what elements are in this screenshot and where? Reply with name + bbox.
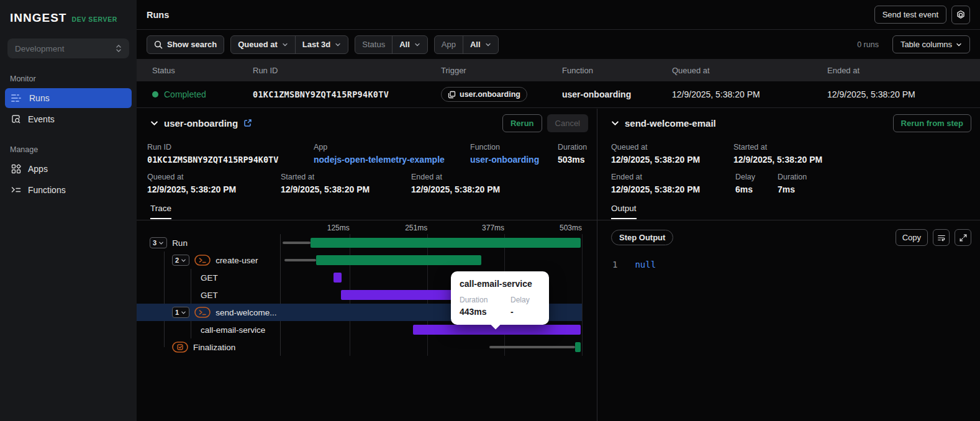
status-dot — [152, 91, 158, 97]
copy-button[interactable]: Copy — [896, 229, 928, 246]
rerun-from-step-button[interactable]: Rerun from step — [893, 114, 971, 132]
tooltip-title: call-email-service — [460, 279, 540, 289]
chevron-down-icon — [414, 42, 420, 48]
sidebar-item-runs[interactable]: Runs — [5, 88, 132, 108]
step-details-panel: send-welcome-email Rerun from step Queue… — [597, 109, 980, 421]
show-search-button[interactable]: Show search — [147, 35, 224, 54]
delay-line[interactable] — [489, 346, 575, 348]
rerun-button[interactable]: Rerun — [502, 114, 542, 132]
logo-wordmark: INNGEST — [10, 11, 66, 25]
collapse-chevron-icon[interactable] — [150, 119, 158, 127]
ended-at-value: 12/9/2025, 5:38:20 PM — [411, 184, 500, 194]
runs-icon — [11, 94, 22, 102]
span-bar[interactable] — [333, 273, 342, 283]
tab-output[interactable]: Output — [611, 204, 637, 219]
column-header-status: Status — [152, 66, 253, 75]
trace-row-finalization[interactable]: Finalization — [137, 338, 582, 356]
delay-line[interactable] — [283, 242, 311, 244]
field-label: Delay — [735, 173, 778, 181]
queued-at-cell: 12/9/2025, 5:38:20 PM — [672, 89, 827, 99]
chevron-down-icon — [181, 310, 186, 315]
external-link-icon[interactable] — [243, 119, 252, 127]
main-content: Runs Send test event Show search Queued … — [137, 0, 980, 421]
dev-server-badge: DEV SERVER — [71, 16, 117, 23]
field-label: Started at — [733, 143, 822, 152]
span-bar[interactable] — [311, 238, 581, 248]
span-bar[interactable] — [316, 255, 481, 265]
step-name: create-user — [216, 256, 258, 265]
send-test-event-button[interactable]: Send test event — [874, 6, 946, 24]
word-wrap-icon — [937, 233, 946, 242]
settings-button[interactable] — [951, 6, 970, 24]
column-header-queued-at: Queued at — [672, 66, 827, 75]
sidebar-item-events[interactable]: Events — [5, 109, 132, 129]
trace-row-create-user[interactable]: 2create-user — [137, 251, 582, 269]
app-link[interactable]: nodejs-open-telemetry-example — [314, 155, 470, 165]
word-wrap-button[interactable] — [933, 229, 950, 246]
step-title: send-welcome-email — [625, 118, 716, 129]
chevron-down-icon — [335, 42, 341, 48]
trace-row-chart[interactable] — [280, 251, 582, 269]
output-value: null — [635, 260, 656, 269]
step-output-badge[interactable]: Step Output — [611, 230, 673, 245]
trigger-pill[interactable]: user.onboarding — [441, 87, 527, 102]
trace-row-chart[interactable] — [280, 338, 582, 356]
step-queued-value: 12/9/2025, 5:38:20 PM — [611, 155, 733, 165]
queued-at-dropdown[interactable]: Queued at — [231, 36, 295, 53]
queued-at-value: 12/9/2025, 5:38:20 PM — [147, 184, 281, 194]
trace-row-run[interactable]: 3Run — [137, 234, 582, 251]
collapse-chevron-icon[interactable] — [611, 119, 619, 127]
sidebar-item-functions[interactable]: Functions — [5, 180, 132, 200]
field-label: App — [314, 143, 470, 152]
table-columns-label: Table columns — [901, 40, 952, 49]
time-range-dropdown[interactable]: Last 3d — [296, 36, 348, 53]
table-columns-button[interactable]: Table columns — [892, 35, 970, 53]
step-ended-value: 12/9/2025, 5:38:20 PM — [611, 184, 735, 194]
expand-button[interactable] — [955, 229, 971, 246]
sidebar-item-label: Runs — [29, 93, 50, 103]
app-filter[interactable]: App All — [434, 35, 499, 54]
output-code: 1 null — [597, 260, 980, 269]
step-name: call-email-service — [201, 325, 265, 335]
trace-row-label: call-email-service — [137, 325, 280, 335]
field-label: Duration — [778, 173, 807, 181]
search-icon — [154, 40, 163, 49]
status-filter-label: Status — [355, 36, 392, 53]
child-count-badge[interactable]: 3 — [150, 237, 167, 248]
step-name: Run — [172, 238, 188, 248]
apps-icon — [11, 164, 21, 174]
chevron-down-icon — [158, 240, 164, 246]
functions-icon — [11, 186, 21, 194]
trace-row-chart[interactable] — [280, 234, 582, 251]
child-count-badge[interactable]: 1 — [172, 307, 189, 318]
sidebar-section-manage: Manage — [10, 145, 127, 154]
sidebar-section-monitor: Monitor — [10, 75, 127, 83]
status-filter[interactable]: Status All — [355, 35, 427, 54]
ended-at-cell: 12/9/2025, 5:38:20 PM — [827, 89, 980, 99]
delay-line[interactable] — [284, 259, 316, 261]
trace-row-label: 1send-welcome... — [137, 307, 280, 318]
tab-trace[interactable]: Trace — [150, 204, 171, 219]
span-bar[interactable] — [575, 342, 581, 352]
expand-icon — [959, 233, 968, 242]
axis-tick-label: 503ms — [560, 224, 582, 232]
step-name: GET — [201, 291, 218, 300]
gridline — [582, 234, 583, 356]
sidebar-item-apps[interactable]: Apps — [5, 159, 132, 179]
output-toolbar: Step Output Copy — [597, 220, 980, 246]
column-header-trigger: Trigger — [441, 66, 562, 75]
child-count-badge[interactable]: 2 — [172, 255, 189, 266]
tooltip-delay-value: - — [510, 307, 540, 317]
app-logo: INNGEST DEV SERVER — [0, 0, 137, 25]
column-header-ended-at: Ended at — [827, 66, 980, 75]
sidebar-item-label: Events — [28, 114, 55, 124]
run-id-cell: 01KC1ZMSBNY9ZQT415RP94K0TV — [253, 89, 441, 99]
table-row[interactable]: Completed 01KC1ZMSBNY9ZQT415RP94K0TV use… — [137, 81, 980, 108]
step-started-value: 12/9/2025, 5:38:20 PM — [733, 155, 822, 165]
tooltip-duration-label: Duration — [460, 296, 510, 304]
function-link[interactable]: user-onboarding — [470, 155, 558, 165]
environment-select[interactable]: Development — [7, 38, 129, 58]
duration-value: 503ms — [558, 155, 587, 165]
axis-tick-label: 125ms — [327, 224, 350, 232]
cancel-button[interactable]: Cancel — [547, 114, 588, 132]
